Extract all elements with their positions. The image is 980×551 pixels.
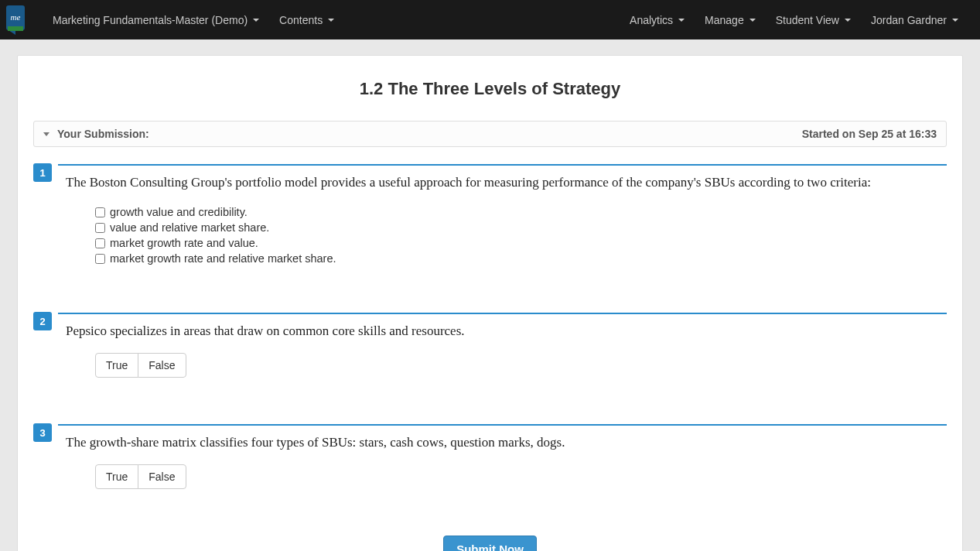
logo-icon: me xyxy=(3,5,28,36)
question-block: 3 The growth-share matrix classifies fou… xyxy=(50,424,947,489)
true-button[interactable]: True xyxy=(95,464,138,489)
option-checkbox[interactable] xyxy=(95,223,105,233)
caret-down-icon xyxy=(845,19,851,22)
option-checkbox[interactable] xyxy=(95,238,105,248)
option-row[interactable]: market growth rate and relative market s… xyxy=(95,251,947,266)
option-label: market growth rate and relative market s… xyxy=(110,252,336,265)
top-navbar: me Marketing Fundamentals-Master (Demo) … xyxy=(0,0,980,39)
option-label: growth value and credibility. xyxy=(110,206,248,218)
submission-timestamp: Started on Sep 25 at 16:33 xyxy=(802,128,937,140)
question-block: 1 The Boston Consulting Group's portfoli… xyxy=(50,164,947,266)
nav-contents[interactable]: Contents xyxy=(269,2,344,38)
submit-button[interactable]: Submit Now xyxy=(443,536,537,551)
question-rule: The growth-share matrix classifies four … xyxy=(58,424,947,489)
nav-user-name: Jordan Gardner xyxy=(871,14,947,26)
nav-contents-label: Contents xyxy=(279,14,323,26)
caret-down-icon xyxy=(750,19,756,22)
question-options: growth value and credibility. value and … xyxy=(95,204,947,266)
nav-course-title[interactable]: Marketing Fundamentals-Master (Demo) xyxy=(43,2,269,38)
nav-user-menu[interactable]: Jordan Gardner xyxy=(861,2,968,38)
option-row[interactable]: market growth rate and value. xyxy=(95,235,947,251)
caret-down-icon xyxy=(328,19,334,22)
option-row[interactable]: growth value and credibility. xyxy=(95,204,947,220)
true-button[interactable]: True xyxy=(95,353,138,378)
option-checkbox[interactable] xyxy=(95,207,105,217)
nav-manage-label: Manage xyxy=(705,14,744,26)
caret-down-icon xyxy=(678,19,685,22)
nav-analytics[interactable]: Analytics xyxy=(620,2,695,38)
question-rule: Pepsico specializes in areas that draw o… xyxy=(58,313,947,378)
question-number: 2 xyxy=(33,312,52,330)
nav-student-view[interactable]: Student View xyxy=(766,2,861,38)
question-number: 3 xyxy=(33,423,52,442)
question-text: The growth-share matrix classifies four … xyxy=(66,435,947,450)
question-text: Pepsico specializes in areas that draw o… xyxy=(66,323,947,339)
question-number: 1 xyxy=(33,163,52,182)
page-title: 1.2 The Three Levels of Strategy xyxy=(33,79,947,99)
submission-toggle-icon[interactable] xyxy=(43,132,50,136)
nav-course-title-label: Marketing Fundamentals-Master (Demo) xyxy=(53,14,248,26)
caret-down-icon xyxy=(952,19,958,22)
true-false-group: True False xyxy=(95,464,186,489)
submission-label: Your Submission: xyxy=(57,128,149,140)
question-rule: The Boston Consulting Group's portfolio … xyxy=(58,164,947,266)
svg-rect-0 xyxy=(8,26,23,31)
svg-text:me: me xyxy=(11,12,21,22)
question-block: 2 Pepsico specializes in areas that draw… xyxy=(50,313,947,378)
submit-row: Submit Now xyxy=(33,536,947,551)
nav-manage[interactable]: Manage xyxy=(695,2,766,38)
question-text: The Boston Consulting Group's portfolio … xyxy=(66,175,947,190)
submission-bar: Your Submission: Started on Sep 25 at 16… xyxy=(33,121,947,147)
option-label: value and relative market share. xyxy=(110,221,269,234)
nav-student-view-label: Student View xyxy=(776,14,839,26)
page-wrap: 1.2 The Three Levels of Strategy Your Su… xyxy=(0,39,980,551)
false-button[interactable]: False xyxy=(138,353,186,378)
option-label: market growth rate and value. xyxy=(110,237,258,249)
caret-down-icon xyxy=(253,19,259,22)
true-false-group: True False xyxy=(95,353,186,378)
false-button[interactable]: False xyxy=(138,464,186,489)
app-logo[interactable]: me xyxy=(0,0,31,39)
page-card: 1.2 The Three Levels of Strategy Your Su… xyxy=(17,55,963,551)
option-checkbox[interactable] xyxy=(95,254,105,264)
nav-analytics-label: Analytics xyxy=(630,14,673,26)
option-row[interactable]: value and relative market share. xyxy=(95,220,947,235)
